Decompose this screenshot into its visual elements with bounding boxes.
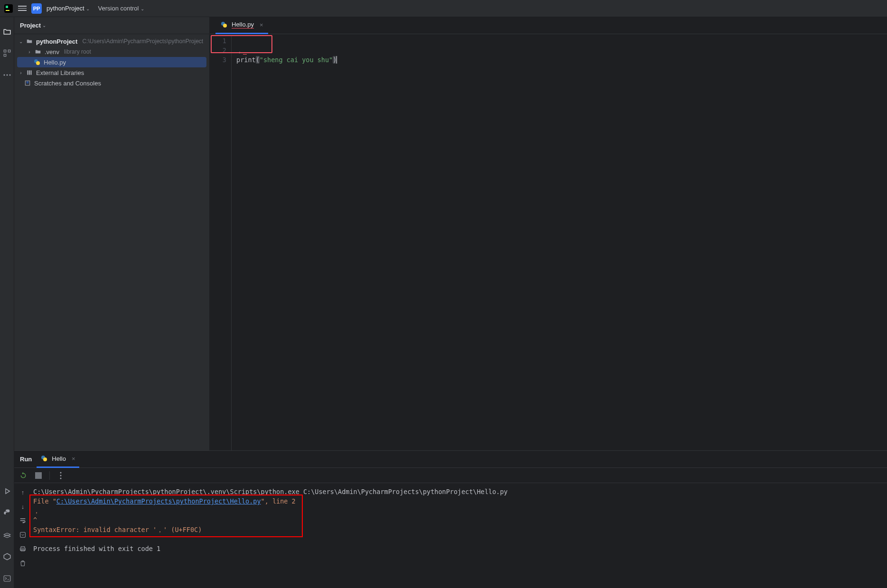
close-tab-icon[interactable]: × — [260, 21, 263, 28]
run-tool-icon[interactable] — [2, 486, 12, 496]
print-icon[interactable] — [19, 545, 27, 553]
python-console-icon[interactable] — [2, 508, 12, 518]
svg-rect-4 — [8, 50, 10, 52]
editor-gutter: 1 2 3 — [210, 36, 232, 450]
svg-point-17 — [223, 24, 227, 28]
svg-rect-2 — [6, 10, 9, 11]
trash-icon[interactable] — [19, 559, 27, 568]
down-icon[interactable]: ↓ — [19, 502, 27, 511]
chevron-right-icon: › — [18, 70, 24, 75]
svg-point-7 — [6, 75, 8, 76]
code-content[interactable]: ， print("sheng cai you shu") — [232, 36, 337, 450]
stop-icon[interactable] — [34, 471, 43, 480]
project-panel-header[interactable]: Project ⌄ — [14, 17, 209, 34]
svg-point-22 — [60, 475, 62, 476]
editor-viewport[interactable]: 1 2 3 ， print("sheng cai you shu") — [210, 34, 887, 450]
folder-icon — [26, 37, 33, 45]
console-output[interactable]: C:\Users\Admin\PycharmProjects\pythonPro… — [31, 483, 887, 588]
tree-node-hello[interactable]: Hello.py — [17, 57, 206, 67]
editor-tab-bar: Hello.py × — [210, 17, 887, 34]
pycharm-logo-icon — [4, 4, 13, 13]
main-menu-button[interactable] — [18, 4, 27, 13]
run-tool-window: Run Hello × — [14, 450, 887, 588]
console-exit-line: Process finished with exit code 1 — [33, 544, 887, 553]
svg-rect-24 — [20, 532, 26, 538]
chevron-down-icon: ⌄ — [18, 39, 24, 44]
rerun-icon[interactable] — [19, 471, 28, 480]
tree-node-root[interactable]: ⌄ pythonProject C:\Users\Admin\PycharmPr… — [17, 36, 206, 47]
python-file-icon — [220, 21, 228, 28]
tool-window-stripe-left — [0, 17, 14, 588]
run-tab-hello[interactable]: Hello × — [37, 451, 79, 468]
close-run-tab-icon[interactable]: × — [72, 455, 75, 462]
services-tool-icon[interactable] — [2, 530, 12, 540]
terminal-tool-icon[interactable] — [2, 574, 12, 583]
svg-point-21 — [60, 472, 62, 473]
scroll-to-end-icon[interactable] — [19, 531, 27, 539]
svg-point-11 — [36, 61, 40, 65]
svg-rect-1 — [6, 6, 8, 8]
editor-tab-hello[interactable]: Hello.py × — [215, 17, 268, 34]
folder-icon — [34, 48, 42, 56]
svg-rect-13 — [29, 70, 30, 75]
chevron-down-icon: ⌄ — [86, 6, 90, 11]
structure-tool-icon[interactable] — [2, 48, 12, 58]
run-header-label: Run — [20, 456, 32, 463]
svg-point-8 — [9, 75, 10, 76]
svg-rect-3 — [4, 50, 6, 52]
project-dropdown[interactable]: pythonProject⌄ — [47, 5, 90, 12]
titlebar: PP pythonProject⌄ Version control⌄ — [0, 0, 887, 17]
chevron-down-icon: ⌄ — [140, 6, 144, 11]
svg-rect-9 — [4, 576, 10, 581]
annotation-box-editor — [211, 35, 272, 53]
chevron-down-icon: ⌄ — [42, 23, 46, 28]
project-tool-window: Project ⌄ ⌄ pythonProject C:\Users\Admin… — [14, 17, 210, 450]
svg-point-19 — [43, 457, 47, 461]
editor: Hello.py × 1 2 3 ， print — [210, 17, 887, 450]
svg-point-6 — [3, 75, 5, 76]
run-toolbar — [14, 468, 887, 483]
svg-rect-0 — [4, 4, 13, 13]
tree-node-scratches[interactable]: Scratches and Consoles — [17, 78, 206, 88]
python-packages-icon[interactable] — [2, 552, 12, 561]
tree-node-venv[interactable]: › .venv library root — [17, 47, 206, 57]
project-tool-icon[interactable] — [2, 27, 12, 36]
more-actions-icon[interactable] — [56, 471, 65, 480]
svg-rect-5 — [4, 54, 6, 56]
more-tool-icon[interactable] — [2, 70, 12, 80]
version-control-dropdown[interactable]: Version control⌄ — [98, 5, 144, 12]
annotation-box-console — [29, 495, 303, 537]
library-icon — [26, 69, 33, 76]
project-badge[interactable]: PP — [31, 3, 42, 14]
chevron-right-icon: › — [27, 49, 32, 55]
scratches-icon — [24, 79, 31, 87]
svg-rect-20 — [35, 472, 42, 479]
tree-node-external-libraries[interactable]: › External Libraries — [17, 67, 206, 78]
svg-rect-14 — [30, 70, 31, 75]
python-file-icon — [40, 455, 48, 462]
soft-wrap-icon[interactable] — [19, 516, 27, 525]
up-icon[interactable]: ↑ — [19, 488, 27, 496]
python-file-icon — [33, 58, 41, 66]
run-side-toolbar: ↑ ↓ — [14, 483, 31, 588]
svg-rect-12 — [27, 70, 28, 75]
svg-point-23 — [60, 477, 62, 479]
